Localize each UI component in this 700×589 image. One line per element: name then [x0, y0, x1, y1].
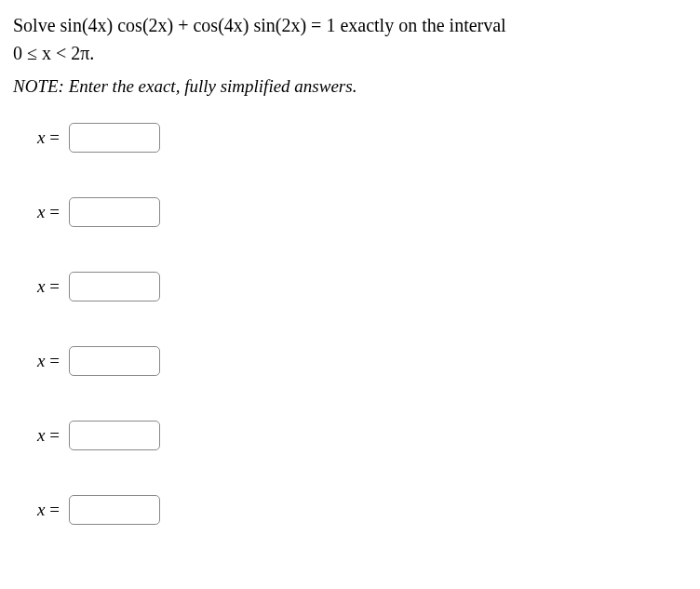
answer-row: x = [37, 123, 687, 153]
answer-row: x = [37, 272, 687, 301]
answer-rows: x = x = x = x = x = x = [13, 123, 687, 525]
answer-row: x = [37, 197, 687, 227]
answer-label: x = [37, 425, 60, 446]
problem-line-2: 0 ≤ x < 2π. [13, 43, 94, 63]
answer-label: x = [37, 500, 60, 520]
answer-label: x = [37, 276, 60, 297]
answer-row: x = [37, 421, 687, 450]
answer-input-2[interactable] [69, 197, 160, 227]
answer-input-6[interactable] [69, 495, 160, 525]
answer-input-3[interactable] [69, 272, 160, 301]
answer-label: x = [37, 202, 60, 222]
problem-statement: Solve sin(4x) cos(2x) + cos(4x) sin(2x) … [13, 11, 687, 67]
answer-input-1[interactable] [69, 123, 160, 153]
answer-label: x = [37, 127, 60, 148]
answer-row: x = [37, 346, 687, 376]
answer-input-5[interactable] [69, 421, 160, 450]
answer-input-4[interactable] [69, 346, 160, 376]
problem-note: NOTE: Enter the exact, fully simplified … [13, 76, 687, 97]
answer-row: x = [37, 495, 687, 525]
problem-line-1: Solve sin(4x) cos(2x) + cos(4x) sin(2x) … [13, 15, 506, 35]
answer-label: x = [37, 351, 60, 371]
